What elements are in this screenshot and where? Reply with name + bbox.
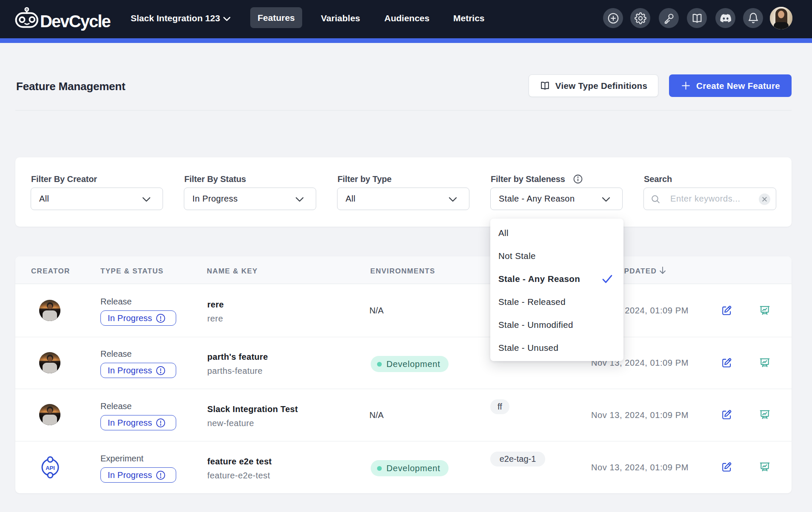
svg-text:API: API: [46, 465, 55, 471]
